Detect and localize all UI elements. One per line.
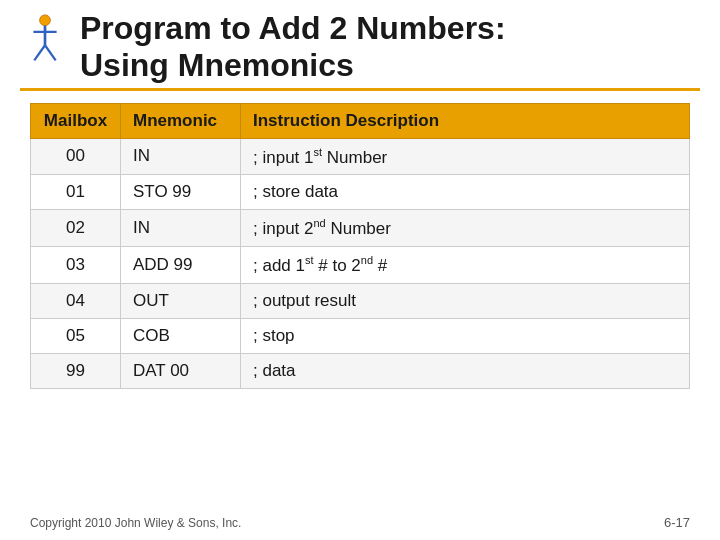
table-row: 05 COB ; stop (31, 318, 690, 353)
cell-mnemonic: DAT 00 (121, 353, 241, 388)
col-mnemonic: Mnemonic (121, 103, 241, 138)
logo-icon (27, 14, 63, 64)
table-header-row: Mailbox Mnemonic Instruction Description (31, 103, 690, 138)
cell-mailbox: 02 (31, 210, 121, 247)
svg-line-3 (34, 45, 45, 60)
cell-description: ; add 1st # to 2nd # (241, 246, 690, 283)
cell-mnemonic: IN (121, 138, 241, 175)
footer-area: Copyright 2010 John Wiley & Sons, Inc. 6… (20, 515, 700, 530)
copyright-text: Copyright 2010 John Wiley & Sons, Inc. (30, 516, 241, 530)
cell-mnemonic: OUT (121, 283, 241, 318)
table-row: 04 OUT ; output result (31, 283, 690, 318)
cell-mnemonic: STO 99 (121, 175, 241, 210)
col-description: Instruction Description (241, 103, 690, 138)
instruction-table: Mailbox Mnemonic Instruction Description… (30, 103, 690, 389)
table-row: 99 DAT 00 ; data (31, 353, 690, 388)
header-area: Program to Add 2 Numbers: Using Mnemonic… (20, 10, 700, 91)
page-container: Program to Add 2 Numbers: Using Mnemonic… (0, 0, 720, 540)
table-row: 03 ADD 99 ; add 1st # to 2nd # (31, 246, 690, 283)
logo-area (20, 14, 70, 64)
table-container: Mailbox Mnemonic Instruction Description… (30, 103, 690, 507)
cell-description: ; output result (241, 283, 690, 318)
cell-description: ; store data (241, 175, 690, 210)
table-row: 01 STO 99 ; store data (31, 175, 690, 210)
cell-description: ; input 2nd Number (241, 210, 690, 247)
cell-mailbox: 03 (31, 246, 121, 283)
cell-description: ; stop (241, 318, 690, 353)
page-number: 6-17 (664, 515, 690, 530)
svg-point-0 (40, 15, 51, 26)
cell-mnemonic: COB (121, 318, 241, 353)
cell-mnemonic: IN (121, 210, 241, 247)
cell-mailbox: 05 (31, 318, 121, 353)
cell-mailbox: 04 (31, 283, 121, 318)
cell-mnemonic: ADD 99 (121, 246, 241, 283)
cell-description: ; data (241, 353, 690, 388)
page-title: Program to Add 2 Numbers: Using Mnemonic… (80, 10, 700, 84)
cell-description: ; input 1st Number (241, 138, 690, 175)
svg-line-4 (45, 45, 56, 60)
cell-mailbox: 01 (31, 175, 121, 210)
title-area: Program to Add 2 Numbers: Using Mnemonic… (80, 10, 700, 84)
cell-mailbox: 99 (31, 353, 121, 388)
col-mailbox: Mailbox (31, 103, 121, 138)
table-row: 00 IN ; input 1st Number (31, 138, 690, 175)
table-row: 02 IN ; input 2nd Number (31, 210, 690, 247)
cell-mailbox: 00 (31, 138, 121, 175)
